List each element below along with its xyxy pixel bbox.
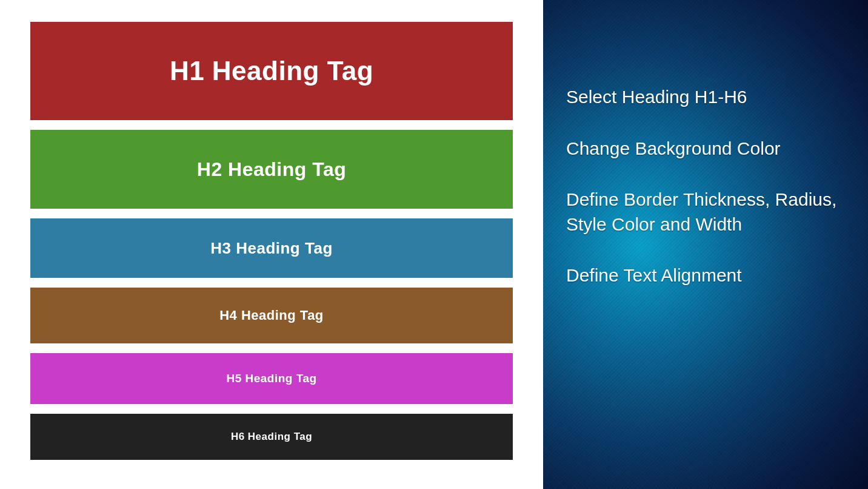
h3-heading-bar: H3 Heading Tag — [30, 218, 513, 278]
feature-define-border: Define Border Thickness, Radius, Style C… — [566, 187, 849, 237]
feature-list-panel: Select Heading H1-H6 Change Background C… — [543, 0, 868, 489]
heading-demo-panel: H1 Heading Tag H2 Heading Tag H3 Heading… — [0, 0, 543, 489]
h5-heading-bar: H5 Heading Tag — [30, 353, 513, 404]
h4-heading-bar: H4 Heading Tag — [30, 288, 513, 343]
h1-heading-bar: H1 Heading Tag — [30, 22, 513, 120]
feature-change-bg-color: Change Background Color — [566, 137, 849, 161]
feature-select-heading: Select Heading H1-H6 — [566, 85, 849, 110]
feature-text-alignment: Define Text Alignment — [566, 263, 849, 288]
h2-heading-bar: H2 Heading Tag — [30, 130, 513, 209]
h6-heading-bar: H6 Heading Tag — [30, 414, 513, 460]
